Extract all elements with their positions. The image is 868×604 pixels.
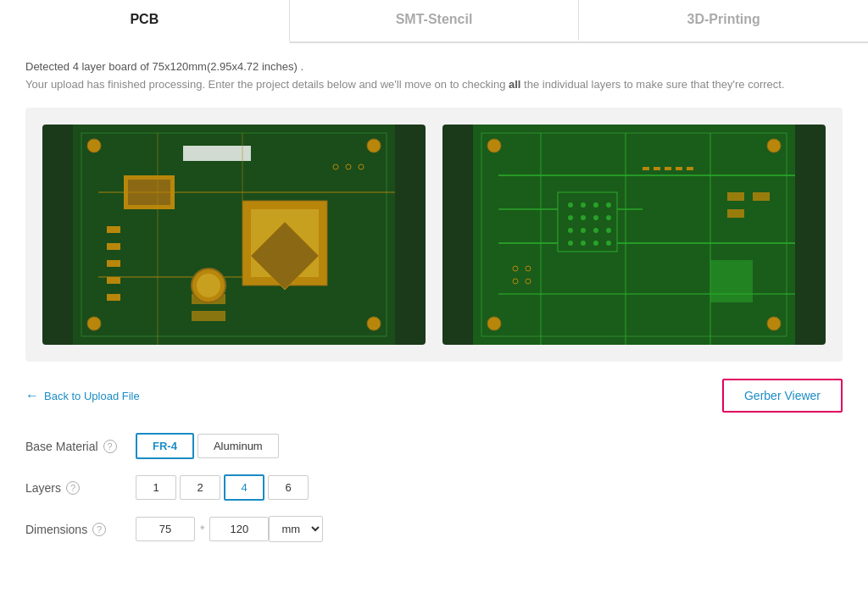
tab-smt[interactable]: SMT-Stencil	[290, 0, 580, 42]
svg-point-32	[487, 317, 501, 330]
back-to-upload-link[interactable]: ← Back to Upload File	[25, 388, 140, 403]
svg-rect-63	[687, 167, 693, 170]
dimensions-row: Dimensions ? * mm in	[25, 516, 843, 542]
svg-point-30	[487, 139, 501, 152]
dimensions-help-icon[interactable]: ?	[92, 523, 106, 536]
dimension-unit-select[interactable]: mm in	[269, 516, 323, 542]
svg-point-2	[87, 139, 101, 152]
svg-rect-65	[753, 192, 770, 201]
svg-point-26	[346, 164, 351, 169]
svg-rect-22	[192, 311, 225, 321]
actions-row: ← Back to Upload File Gerber Viewer	[25, 379, 843, 413]
pcb-front-image	[42, 125, 426, 345]
main-content: Detected 4 layer board of 75x120mm(2.95x…	[0, 43, 868, 574]
svg-rect-18	[107, 260, 120, 267]
svg-rect-62	[676, 167, 682, 170]
detection-text: Detected 4 layer board of 75x120mm(2.95x…	[25, 60, 843, 73]
svg-rect-64	[727, 192, 744, 201]
svg-point-56	[593, 241, 598, 246]
svg-point-31	[767, 139, 781, 152]
back-arrow-icon: ←	[25, 388, 39, 403]
svg-point-70	[526, 279, 531, 284]
svg-point-47	[581, 215, 586, 220]
svg-rect-61	[665, 167, 671, 170]
svg-point-46	[568, 215, 573, 220]
tab-bar: PCB SMT-Stencil 3D-Printing	[0, 0, 868, 43]
svg-point-24	[197, 274, 220, 297]
svg-point-54	[568, 241, 573, 246]
layers-row: Layers ? 1 2 4 6	[25, 474, 843, 501]
svg-rect-11	[183, 146, 251, 161]
pcb-front-svg	[42, 125, 426, 345]
tab-3dp[interactable]: 3D-Printing	[579, 0, 868, 42]
svg-rect-66	[727, 209, 744, 218]
layers-6-button[interactable]: 6	[268, 475, 309, 500]
pcb-back-svg	[442, 125, 826, 345]
base-material-label: Base Material ?	[25, 440, 136, 453]
svg-point-25	[333, 164, 338, 169]
dimension-width-input[interactable]	[136, 517, 195, 541]
svg-point-49	[606, 215, 611, 220]
highlight-all: all	[509, 78, 520, 91]
svg-point-69	[513, 279, 518, 284]
svg-point-33	[767, 317, 781, 330]
svg-rect-60	[654, 167, 660, 170]
svg-point-4	[87, 317, 101, 330]
svg-rect-19	[107, 277, 120, 284]
svg-rect-17	[107, 243, 120, 250]
svg-point-42	[568, 202, 573, 208]
dimensions-label: Dimensions ?	[25, 523, 136, 536]
layers-help-icon[interactable]: ?	[66, 481, 80, 495]
svg-point-27	[359, 164, 364, 169]
base-material-row: Base Material ? FR-4 Aluminum	[25, 433, 843, 459]
svg-point-51	[581, 228, 586, 233]
tab-pcb[interactable]: PCB	[0, 0, 290, 43]
svg-point-52	[593, 228, 598, 233]
svg-point-3	[367, 139, 381, 152]
layers-1-button[interactable]: 1	[136, 475, 176, 500]
gerber-viewer-button[interactable]: Gerber Viewer	[722, 379, 843, 413]
svg-point-57	[606, 241, 611, 246]
svg-rect-28	[473, 125, 795, 345]
svg-point-53	[606, 228, 611, 233]
svg-point-55	[581, 241, 586, 246]
dimension-separator: *	[200, 523, 204, 536]
svg-point-44	[593, 202, 598, 208]
svg-rect-59	[643, 167, 649, 170]
svg-point-45	[606, 202, 611, 208]
svg-point-43	[581, 202, 586, 208]
base-material-help-icon[interactable]: ?	[103, 440, 117, 453]
svg-point-68	[526, 266, 531, 271]
svg-rect-58	[710, 260, 753, 302]
dimension-height-input[interactable]	[209, 517, 269, 541]
layers-2-button[interactable]: 2	[180, 475, 220, 500]
layers-label: Layers ?	[25, 481, 136, 495]
svg-rect-16	[107, 226, 120, 233]
base-material-fr4-button[interactable]: FR-4	[136, 433, 194, 459]
layers-4-button[interactable]: 4	[224, 474, 264, 501]
svg-point-50	[568, 228, 573, 233]
back-link-label: Back to Upload File	[44, 390, 140, 402]
svg-point-67	[513, 266, 518, 271]
upload-info: Your upload has finished processing. Ent…	[25, 78, 843, 91]
pcb-images-container	[25, 108, 843, 362]
pcb-back-image	[442, 125, 826, 345]
svg-point-5	[367, 317, 381, 330]
base-material-aluminum-button[interactable]: Aluminum	[198, 434, 279, 458]
svg-point-48	[593, 215, 598, 220]
svg-rect-20	[107, 294, 120, 301]
